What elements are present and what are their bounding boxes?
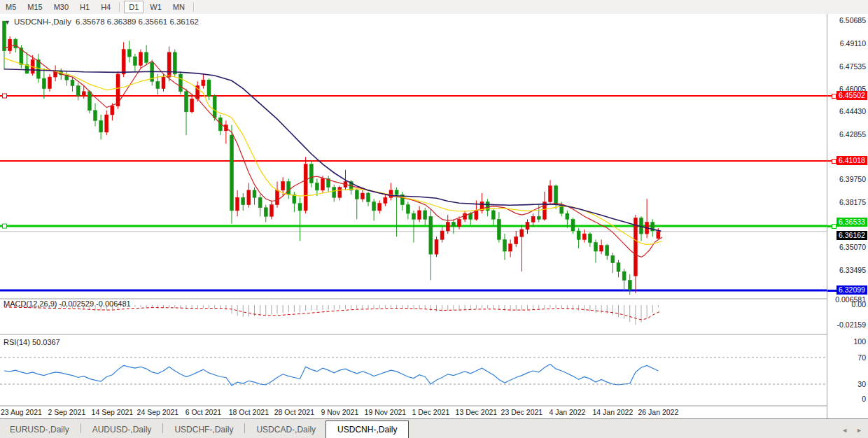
level-square bbox=[832, 224, 836, 229]
chart-plot-area[interactable]: ▼USDCNH-,Daily 6.35678 6.36389 6.35661 6… bbox=[0, 14, 827, 418]
timeframe-button-m5[interactable]: M5 bbox=[1, 1, 21, 13]
date-label: 2 Sep 2021 bbox=[48, 408, 86, 416]
tab-separator bbox=[80, 423, 81, 433]
candles-layer bbox=[3, 21, 660, 295]
rsi-line bbox=[4, 365, 658, 386]
chevron-down-icon[interactable]: ▼ bbox=[4, 19, 10, 26]
date-label: 26 Jan 2022 bbox=[638, 408, 678, 416]
price-tick: 6.39750 bbox=[839, 175, 866, 183]
timeframe-toolbar: M5M15M30H1H4D1W1MN bbox=[0, 0, 868, 15]
macd-label: MACD(12,26,9) -0.002529 -0.006481 bbox=[4, 299, 131, 308]
chart-region: ▼USDCNH-,Daily 6.35678 6.36389 6.35661 6… bbox=[0, 14, 868, 418]
date-label: 1 Dec 2021 bbox=[412, 408, 450, 416]
chart-title: ▼USDCNH-,Daily 6.35678 6.36389 6.35661 6… bbox=[4, 17, 199, 26]
date-label: 9 Nov 2021 bbox=[321, 408, 359, 416]
date-axis: 23 Aug 20212 Sep 202114 Sep 202124 Sep 2… bbox=[0, 406, 827, 418]
level-price-label: 6.41018 bbox=[836, 156, 867, 165]
mt4-window: M5M15M30H1H4D1W1MN ▼USDCNH-,Daily 6.3567… bbox=[0, 0, 868, 438]
timeframe-button-d1[interactable]: D1 bbox=[124, 1, 144, 13]
date-label: 18 Oct 2021 bbox=[229, 408, 269, 416]
rsi-levels bbox=[0, 358, 826, 384]
date-label: 14 Jan 2022 bbox=[592, 408, 633, 416]
macd-histogram bbox=[4, 305, 658, 325]
level-square bbox=[832, 159, 836, 164]
macd-min-label: -0.02159 bbox=[837, 320, 866, 329]
level-price-label: 6.36533 bbox=[836, 218, 867, 227]
tab-scroll-left-icon[interactable]: ◄ bbox=[841, 427, 848, 434]
level-price-label: 6.32099 bbox=[836, 285, 867, 295]
panel-separators bbox=[0, 299, 827, 406]
price-tick: 6.47535 bbox=[839, 62, 866, 71]
current-price-label: 6.36162 bbox=[836, 231, 867, 240]
tab-eurusd[interactable]: EURUSD-,Daily bbox=[0, 422, 79, 438]
rsi-label: RSI(14) 50.0367 bbox=[4, 338, 60, 346]
toolbar-separator bbox=[193, 2, 195, 12]
date-label: 23 Dec 2021 bbox=[501, 408, 543, 416]
date-label: 28 Oct 2021 bbox=[274, 408, 314, 416]
timeframe-button-h4[interactable]: H4 bbox=[96, 1, 115, 13]
date-label: 23 Aug 2021 bbox=[1, 408, 42, 416]
level-handle[interactable] bbox=[3, 224, 7, 228]
rsi-layer bbox=[4, 365, 658, 386]
timeframe-button-m15[interactable]: M15 bbox=[22, 1, 47, 13]
level-price-label: 6.45502 bbox=[836, 91, 867, 100]
level-lines[interactable] bbox=[0, 94, 827, 290]
rsi-level-label: 100 bbox=[853, 337, 866, 346]
tab-separator bbox=[162, 423, 163, 433]
timeframe-button-w1[interactable]: W1 bbox=[145, 1, 167, 13]
rsi-level-label: 30 bbox=[858, 380, 866, 388]
timeframe-button-mn[interactable]: MN bbox=[168, 1, 190, 13]
date-label: 13 Dec 2021 bbox=[456, 408, 498, 416]
tab-separator bbox=[244, 423, 245, 433]
date-label: 14 Sep 2021 bbox=[92, 408, 134, 416]
price-tick: 6.35070 bbox=[839, 243, 866, 251]
tab-usdcnh[interactable]: USDCNH-,Daily bbox=[326, 421, 409, 438]
tab-usdcad[interactable]: USDCAD-,Daily bbox=[246, 422, 326, 438]
level-stub bbox=[827, 290, 836, 292]
chart-symbol: USDCNH-,Daily bbox=[14, 17, 71, 26]
timeframe-button-m30[interactable]: M30 bbox=[49, 1, 74, 13]
price-tick: 6.49110 bbox=[840, 39, 866, 48]
level-handle[interactable] bbox=[3, 94, 7, 98]
price-tick: 6.38175 bbox=[839, 198, 866, 206]
chart-ohlc: 6.35678 6.36389 6.35661 6.36162 bbox=[76, 17, 199, 26]
date-label: 19 Nov 2021 bbox=[365, 408, 407, 416]
macd-signal bbox=[4, 307, 661, 320]
price-axis: 6.506856.491106.475356.460056.444306.428… bbox=[827, 14, 868, 418]
price-tick: 6.33495 bbox=[839, 266, 866, 274]
level-square bbox=[832, 94, 836, 99]
price-tick: 6.42855 bbox=[839, 130, 866, 139]
tab-scroll-right-icon[interactable]: ► bbox=[856, 427, 862, 434]
macd-signal-line bbox=[4, 307, 661, 320]
symbol-tab-bar: EURUSD-,DailyAUDUSD-,DailyUSDCHF-,DailyU… bbox=[0, 418, 868, 438]
tab-audusd[interactable]: AUDUSD-,Daily bbox=[83, 422, 162, 438]
rsi-level-label: 0 bbox=[862, 395, 866, 403]
date-label: 24 Sep 2021 bbox=[137, 408, 179, 416]
ma-yellow bbox=[4, 58, 662, 245]
timeframe-button-h1[interactable]: H1 bbox=[75, 1, 94, 13]
date-label: 4 Jan 2022 bbox=[549, 408, 585, 416]
date-label: 6 Oct 2021 bbox=[186, 408, 221, 416]
rsi-level-label: 70 bbox=[858, 353, 866, 362]
macd-zero-label: 0.00 bbox=[852, 300, 866, 309]
price-tick: 6.44430 bbox=[839, 107, 866, 115]
tab-usdchf[interactable]: USDCHF-,Daily bbox=[164, 422, 243, 438]
price-tick: 6.50685 bbox=[839, 16, 866, 24]
toolbar-separator bbox=[119, 2, 120, 12]
